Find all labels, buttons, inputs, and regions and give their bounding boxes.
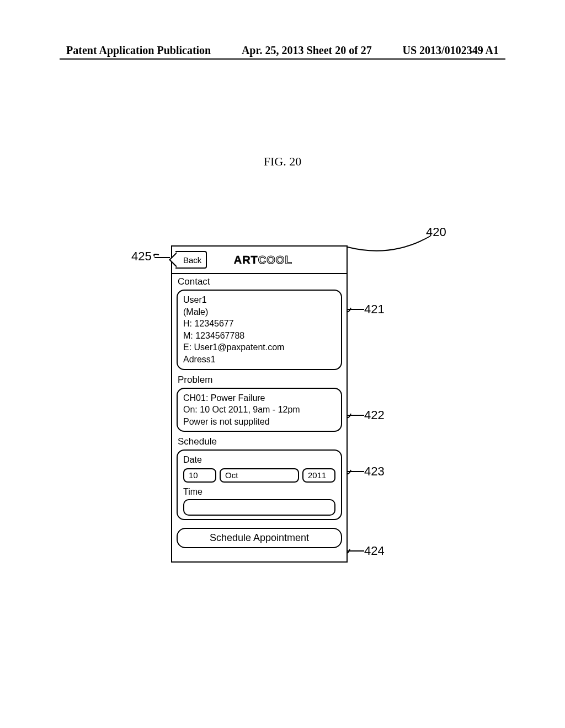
lead-425-arc xyxy=(152,253,163,264)
contact-card[interactable]: User1 (Male) H: 12345677 M: 1234567788 E… xyxy=(177,290,342,370)
date-month-input[interactable]: Oct xyxy=(220,468,299,483)
contact-header: Contact xyxy=(172,274,347,290)
callout-424: 424 xyxy=(364,544,385,558)
problem-desc: Power is not supplited xyxy=(183,416,335,428)
date-day-input[interactable]: 10 xyxy=(183,468,216,483)
header-left: Patent Application Publication xyxy=(66,44,211,57)
callout-422: 422 xyxy=(364,408,385,422)
schedule-header: Schedule xyxy=(172,434,347,449)
contact-mobile: M: 1234567788 xyxy=(183,330,335,342)
header-center: Apr. 25, 2013 Sheet 20 of 27 xyxy=(242,44,372,57)
time-label: Time xyxy=(183,486,335,498)
problem-code: CH01: Power Failure xyxy=(183,392,335,404)
page-header: Patent Application Publication Apr. 25, … xyxy=(0,44,565,57)
header-rule xyxy=(60,58,505,60)
problem-card[interactable]: CH01: Power Failure On: 10 Oct 2011, 9am… xyxy=(177,388,342,432)
lead-420 xyxy=(342,234,436,256)
callout-425: 425 xyxy=(131,249,152,264)
header-right: US 2013/0102349 A1 xyxy=(403,44,499,57)
contact-email: E: User1@paxpatent.com xyxy=(183,341,335,354)
time-input[interactable] xyxy=(183,499,335,516)
back-button[interactable]: Back xyxy=(175,251,207,269)
date-row: 10 Oct 2011 xyxy=(183,468,335,483)
figure-label: FIG. 20 xyxy=(0,154,565,169)
date-label: Date xyxy=(183,454,335,466)
brand-plain: ART xyxy=(234,254,258,266)
back-button-label: Back xyxy=(183,255,201,265)
contact-gender: (Male) xyxy=(183,306,335,318)
title-bar: Back ARTCOOL xyxy=(172,247,347,274)
phone-frame: Back ARTCOOL Contact User1 (Male) H: 123… xyxy=(171,245,348,563)
contact-name: User1 xyxy=(183,294,335,306)
schedule-appointment-label: Schedule Appointment xyxy=(210,532,309,543)
schedule-appointment-button[interactable]: Schedule Appointment xyxy=(177,528,342,548)
date-year-input[interactable]: 2011 xyxy=(302,468,335,483)
brand-title: ARTCOOL xyxy=(207,254,347,266)
callout-423: 423 xyxy=(364,464,385,479)
problem-when: On: 10 Oct 2011, 9am - 12pm xyxy=(183,404,335,416)
brand-outline: COOL xyxy=(258,254,292,266)
callout-421: 421 xyxy=(364,302,385,317)
patent-page: Patent Application Publication Apr. 25, … xyxy=(0,0,565,728)
contact-home: H: 12345677 xyxy=(183,318,335,330)
schedule-card: Date 10 Oct 2011 Time xyxy=(177,449,342,520)
contact-address: Adress1 xyxy=(183,354,335,366)
problem-header: Problem xyxy=(172,372,347,388)
